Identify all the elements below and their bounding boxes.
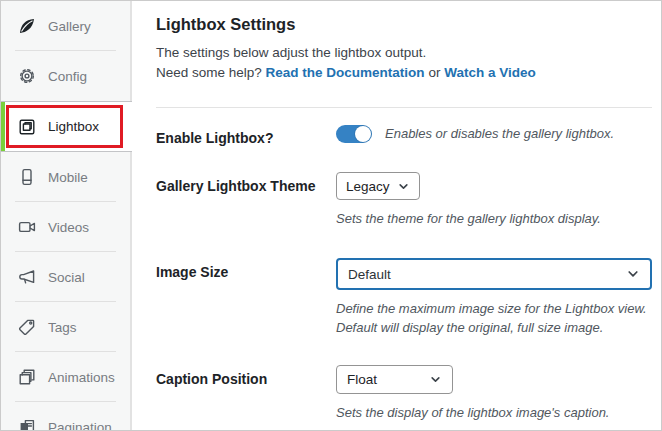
sidebar-item-label: Lightbox — [48, 119, 99, 134]
settings-description: The settings below adjust the lightbox o… — [156, 43, 652, 63]
active-tab-accent — [1, 102, 5, 151]
image-size-helper-line2: Default will display the original, full … — [336, 318, 652, 337]
help-separator: or — [428, 65, 440, 80]
sidebar-item-pagination[interactable]: Pagination — [1, 402, 132, 431]
header-divider — [156, 107, 652, 108]
enable-lightbox-toggle[interactable] — [336, 125, 372, 143]
selected-caption-position-value: Float — [347, 372, 377, 387]
caption-position-select[interactable]: Float — [336, 365, 453, 394]
lightbox-icon — [17, 117, 37, 137]
lightbox-theme-row: Gallery Lightbox Theme Legacy Sets the t… — [156, 172, 652, 228]
sidebar-item-label: Social — [48, 270, 85, 285]
watch-video-link[interactable]: Watch a Video — [444, 65, 536, 80]
chevron-down-icon — [397, 180, 410, 193]
image-size-row: Image Size Default Define the maximum im… — [156, 258, 652, 337]
layers-icon — [17, 367, 37, 387]
sidebar-item-gallery[interactable]: Gallery — [1, 1, 132, 51]
lightbox-theme-select[interactable]: Legacy — [336, 172, 420, 200]
sidebar-item-label: Animations — [48, 370, 115, 385]
image-size-label: Image Size — [156, 258, 336, 280]
enable-lightbox-row: Enable Lightbox? Enables or disables the… — [156, 124, 652, 146]
sidebar-item-videos[interactable]: Videos — [1, 202, 132, 252]
enable-lightbox-helper: Enables or disables the gallery lightbox… — [385, 124, 614, 143]
selected-theme-value: Legacy — [346, 179, 390, 194]
read-documentation-link[interactable]: Read the Documentation — [266, 65, 425, 80]
leaf-icon — [17, 16, 37, 36]
mobile-icon — [17, 167, 37, 187]
sidebar-item-social[interactable]: Social — [1, 252, 132, 302]
caption-position-helper: Sets the display of the lightbox image's… — [336, 403, 652, 422]
tag-icon — [17, 317, 37, 337]
caption-position-row: Caption Position Float Sets the display … — [156, 365, 652, 422]
lightbox-theme-label: Gallery Lightbox Theme — [156, 172, 336, 194]
pages-icon — [17, 417, 37, 431]
image-size-helper-line1: Define the maximum image size for the Li… — [336, 299, 652, 318]
gear-icon — [17, 66, 37, 86]
plugin-settings-window: Gallery Config Lightbox — [0, 0, 662, 431]
megaphone-icon — [17, 267, 37, 287]
chevron-down-icon — [429, 373, 442, 386]
selected-image-size-value: Default — [348, 267, 391, 282]
sidebar-item-label: Tags — [48, 320, 77, 335]
sidebar-item-label: Mobile — [48, 170, 88, 185]
help-line: Need some help? Read the Documentation o… — [156, 63, 652, 83]
sidebar-item-label: Pagination — [48, 420, 112, 431]
toggle-knob — [355, 126, 371, 142]
lightbox-settings-panel: Lightbox Settings The settings below adj… — [132, 1, 662, 430]
sidebar-item-config[interactable]: Config — [1, 51, 132, 101]
image-size-helper: Define the maximum image size for the Li… — [336, 299, 652, 337]
sidebar-item-label: Gallery — [48, 19, 91, 34]
sidebar-item-lightbox[interactable]: Lightbox — [1, 101, 132, 152]
video-camera-icon — [17, 217, 37, 237]
sidebar-item-label: Videos — [48, 220, 89, 235]
settings-sidebar: Gallery Config Lightbox — [1, 1, 132, 430]
sidebar-item-mobile[interactable]: Mobile — [1, 152, 132, 202]
help-prefix: Need some help? — [156, 65, 262, 80]
page-title: Lightbox Settings — [156, 15, 652, 34]
sidebar-item-animations[interactable]: Animations — [1, 352, 132, 402]
lightbox-theme-helper: Sets the theme for the gallery lightbox … — [336, 209, 652, 228]
enable-lightbox-label: Enable Lightbox? — [156, 124, 336, 146]
image-size-select[interactable]: Default — [336, 258, 652, 290]
sidebar-item-label: Config — [48, 69, 87, 84]
caption-position-label: Caption Position — [156, 365, 336, 387]
chevron-down-icon — [626, 267, 640, 281]
sidebar-item-tags[interactable]: Tags — [1, 302, 132, 352]
